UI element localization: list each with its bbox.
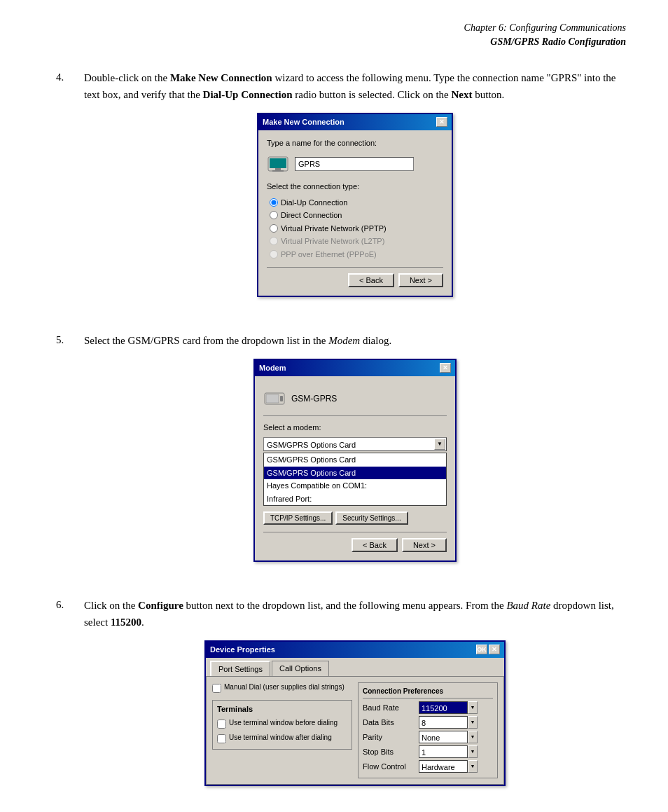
device-parity-value[interactable]: None (419, 731, 468, 743)
header-line2: GSM/GPRS Radio Configuration (56, 35, 626, 49)
device-terminal-before-row: Use terminal window before dialing (217, 718, 347, 729)
svg-rect-1 (270, 158, 286, 168)
modem-list-item-4[interactable]: Infrared Port: (264, 493, 446, 506)
mnc-titlebar: Make New Connection ✕ (258, 114, 452, 130)
svg-rect-6 (280, 396, 283, 401)
step-5-text: Select the GSM/GPRS card from the dropdo… (84, 332, 626, 349)
device-parity-label: Parity (363, 731, 419, 743)
device-baud-rate-label: Baud Rate (363, 702, 419, 714)
device-ok-button[interactable]: OK (476, 645, 487, 654)
mnc-next-button[interactable]: Next > (398, 273, 443, 287)
mnc-body: Type a name for the connection: (258, 130, 452, 296)
svg-rect-2 (275, 168, 281, 170)
device-props-container: Device Properties OK ✕ Port Settings Cal… (84, 640, 626, 786)
device-conn-pref-title: Connection Preferences (363, 686, 493, 699)
modem-dialog: Modem ✕ GSM-GPRS (253, 359, 457, 562)
mnc-icon-row (267, 153, 443, 175)
modem-nav-buttons: < Back Next > (263, 532, 447, 552)
device-baud-rate-value[interactable]: 115200 (419, 701, 468, 714)
modem-icon (263, 387, 286, 410)
modem-tcp-button[interactable]: TCP/IP Settings... (263, 511, 333, 525)
step-number-4: 4. (56, 69, 84, 311)
modem-next-button[interactable]: Next > (402, 538, 447, 552)
mnc-close-button[interactable]: ✕ (436, 117, 447, 127)
device-terminal-before-checkbox[interactable] (217, 720, 226, 729)
modem-title: Modem (259, 362, 286, 374)
mnc-radio-vpn-pptp-input[interactable] (270, 224, 278, 233)
modem-dropdown-display[interactable]: GSM/GPRS Options Card (263, 437, 447, 451)
device-stop-bits-row: Stop Bits 1 ▼ (363, 745, 493, 758)
device-terminal-after-row: Use terminal window after dialing (217, 733, 347, 743)
step-4-text: Double-click on the Make New Connection … (84, 69, 626, 103)
device-flow-control-control: Hardware ▼ (419, 760, 478, 773)
modem-close-button[interactable]: ✕ (440, 363, 451, 373)
mnc-radio-vpn-pptp-label: Virtual Private Network (PPTP) (281, 223, 387, 235)
device-manual-dial-checkbox[interactable] (212, 684, 221, 693)
device-stop-bits-arrow[interactable]: ▼ (468, 745, 478, 758)
device-flow-control-value[interactable]: Hardware (419, 760, 468, 773)
device-baud-rate-arrow[interactable]: ▼ (468, 701, 478, 714)
mnc-title: Make New Connection (263, 116, 345, 128)
device-baud-rate-control: 115200 ▼ (419, 701, 478, 714)
modem-list-item-3[interactable]: Hayes Compatible on COM1: (264, 479, 446, 493)
modem-titlebar-buttons: ✕ (440, 363, 451, 373)
mnc-radio-group: Dial-Up Connection Direct Connection Vir… (270, 197, 443, 261)
modem-icon-label: GSM-GPRS (291, 392, 337, 405)
device-flow-control-arrow[interactable]: ▼ (468, 760, 478, 773)
modem-dropdown-wrapper: GSM/GPRS Options Card ▼ (263, 437, 447, 451)
mnc-radio-direct[interactable]: Direct Connection (270, 209, 443, 221)
mnc-radio-dialup-label: Dial-Up Connection (281, 197, 347, 209)
device-tab-call[interactable]: Call Options (272, 661, 329, 677)
modem-icon-area: GSM-GPRS (263, 383, 447, 416)
svg-rect-3 (272, 170, 284, 172)
mnc-name-input[interactable] (295, 157, 414, 171)
mnc-buttons: < Back Next > (267, 267, 443, 287)
device-close-button[interactable]: ✕ (489, 645, 500, 654)
device-data-bits-row: Data Bits 8 ▼ (363, 716, 493, 729)
device-parity-arrow[interactable]: ▼ (468, 731, 478, 743)
mnc-icon (267, 153, 289, 175)
device-terminal-after-checkbox[interactable] (217, 734, 226, 743)
mnc-radio-vpn-l2tp-input (270, 237, 278, 245)
modem-dropdown-arrow[interactable]: ▼ (434, 439, 445, 450)
device-right: Connection Preferences Baud Rate 115200 … (358, 682, 498, 778)
mnc-titlebar-buttons: ✕ (436, 117, 447, 127)
mnc-type-label: Select the connection type: (267, 181, 443, 193)
mnc-radio-vpn-pptp[interactable]: Virtual Private Network (PPTP) (270, 223, 443, 235)
device-stop-bits-value[interactable]: 1 (419, 745, 468, 758)
device-terminals-section: Terminals Use terminal window before dia… (212, 700, 352, 750)
step-4: 4. Double-click on the Make New Connecti… (56, 69, 626, 311)
device-manual-dial-label: Manual Dial (user supplies dial strings) (224, 682, 345, 691)
device-tab-port[interactable]: Port Settings (210, 661, 270, 677)
device-data-bits-value[interactable]: 8 (419, 716, 468, 729)
mnc-radio-dialup[interactable]: Dial-Up Connection (270, 197, 443, 209)
modem-security-button[interactable]: Security Settings... (335, 511, 408, 525)
step-6: 6. Click on the Configure button next to… (56, 597, 626, 800)
modem-select-label: Select a modem: (263, 422, 447, 434)
mnc-radio-pppoe: PPP over Ethernet (PPPoE) (270, 249, 443, 261)
device-stop-bits-label: Stop Bits (363, 746, 419, 758)
device-baud-rate-row: Baud Rate 115200 ▼ (363, 701, 493, 714)
make-new-connection-dialog: Make New Connection ✕ Type a name for th… (257, 113, 453, 297)
device-data-bits-arrow[interactable]: ▼ (468, 716, 478, 729)
modem-list-item-2[interactable]: GSM/GPRS Options Card (264, 467, 446, 480)
mnc-radio-dialup-input[interactable] (270, 198, 278, 207)
step-6-text: Click on the Configure button next to th… (84, 597, 626, 631)
device-data-bits-label: Data Bits (363, 717, 419, 729)
device-data-bits-control: 8 ▼ (419, 716, 478, 729)
mnc-radio-pppoe-label: PPP over Ethernet (PPPoE) (281, 249, 377, 261)
mnc-back-button[interactable]: < Back (348, 273, 394, 287)
modem-body: GSM-GPRS Select a modem: GSM/GPRS Option… (255, 376, 455, 561)
modem-list-item-1[interactable]: GSM/GPRS Options Card (264, 453, 446, 467)
device-ok-close: OK ✕ (476, 645, 500, 654)
device-terminal-before-label: Use terminal window before dialing (229, 718, 338, 727)
modem-dropdown-list: GSM/GPRS Options Card GSM/GPRS Options C… (263, 453, 447, 506)
step-number-6: 6. (56, 597, 84, 800)
page-header: Chapter 6: Configuring Communications GS… (56, 21, 626, 48)
modem-titlebar: Modem ✕ (255, 360, 455, 376)
mnc-radio-direct-input[interactable] (270, 211, 278, 219)
modem-back-button[interactable]: < Back (352, 538, 398, 552)
device-manual-dial-row: Manual Dial (user supplies dial strings) (212, 682, 352, 693)
make-new-connection-container: Make New Connection ✕ Type a name for th… (84, 113, 626, 297)
device-flow-control-label: Flow Control (363, 761, 419, 773)
